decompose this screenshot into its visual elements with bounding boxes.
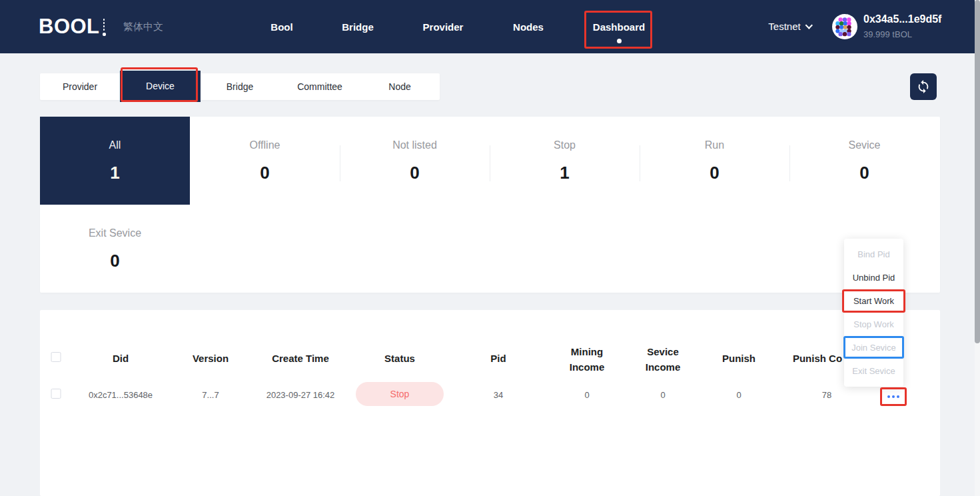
logo-text: BOOL: [39, 15, 100, 38]
stat-label: Sevice: [789, 139, 939, 151]
dot-icon: [897, 395, 899, 398]
tab-device[interactable]: Device: [120, 71, 201, 102]
stat-value: 1: [490, 163, 640, 183]
navbar: BOOL 繁体中文 Bool Bridge Provider Nodes Das…: [0, 0, 980, 53]
nav-item-dashboard[interactable]: Dashboard: [593, 21, 645, 33]
row-actions-button[interactable]: [885, 393, 902, 401]
dot-icon: [892, 395, 895, 398]
divider: [490, 145, 490, 181]
wallet-address[interactable]: 0x34a5...1e9d5f: [863, 13, 941, 25]
col-header-pid: Pid: [490, 353, 506, 364]
menu-item-start-work[interactable]: Start Work: [844, 289, 903, 313]
refresh-button[interactable]: [910, 73, 937, 100]
chevron-down-icon: [805, 21, 813, 29]
cell-pid: 34: [494, 390, 503, 400]
cell-create-time: 2023-09-27 16:42: [266, 390, 335, 400]
stat-card-all[interactable]: All 1: [40, 117, 190, 205]
network-selector[interactable]: Testnet: [768, 21, 811, 32]
language-switch[interactable]: 繁体中文: [123, 21, 163, 33]
row-checkbox[interactable]: [51, 389, 61, 399]
stat-card-run[interactable]: Run 0: [640, 117, 789, 205]
dashboard-active-dot: [617, 39, 622, 43]
col-header-did: Did: [113, 353, 129, 364]
stat-value: 0: [40, 251, 190, 271]
stat-value: 0: [190, 163, 340, 183]
logo-exclamation-icon: [103, 19, 106, 36]
cell-did: 0x2c71...53648e: [89, 390, 153, 400]
cell-version: 7...7: [202, 390, 219, 400]
tab-committee[interactable]: Committee: [297, 73, 342, 100]
stat-card-sevice[interactable]: Sevice 0: [789, 117, 939, 205]
device-table-panel: Did Version Create Time Status Pid Minin…: [40, 310, 940, 496]
cell-mining-income: 0: [584, 390, 589, 400]
col-header-sevice-income: Sevice Income: [642, 344, 684, 375]
col-header-mining-income: Mining Income: [566, 344, 608, 375]
stat-card-offline[interactable]: Offline 0: [190, 117, 340, 205]
tab-bridge[interactable]: Bridge: [227, 73, 253, 100]
stat-value: 1: [40, 163, 190, 183]
divider: [640, 145, 640, 181]
stat-label: Not listed: [340, 139, 490, 151]
menu-item-bind-pid: Bind Pid: [844, 243, 903, 266]
stat-value: 0: [640, 163, 789, 183]
scrollbar-thumb[interactable]: [975, 0, 980, 343]
stat-label: Run: [640, 139, 789, 151]
status-badge: Stop: [356, 382, 444, 406]
nav-item-nodes[interactable]: Nodes: [513, 21, 544, 33]
divider: [789, 145, 790, 181]
row-actions-menu: Bind Pid Unbind Pid Start Work Stop Work…: [844, 239, 903, 387]
stat-label: Exit Sevice: [40, 227, 190, 239]
stat-label: Offline: [190, 139, 340, 151]
select-all-checkbox[interactable]: [51, 352, 61, 362]
cell-punish: 0: [736, 390, 741, 400]
nav-item-bool[interactable]: Bool: [270, 21, 292, 33]
stat-value: 0: [340, 163, 490, 183]
stat-label: All: [40, 139, 190, 151]
bool-logo[interactable]: BOOL: [39, 15, 106, 38]
nav-item-provider[interactable]: Provider: [423, 21, 464, 33]
wallet-balance: 39.999 tBOL: [863, 29, 912, 39]
cell-sevice-income: 0: [660, 390, 665, 400]
menu-item-join-sevice: Join Sevice: [844, 336, 903, 359]
col-header-version: Version: [193, 353, 229, 364]
scrollbar-track[interactable]: [975, 0, 980, 496]
col-header-punish: Punish: [722, 353, 755, 364]
tab-node[interactable]: Node: [388, 73, 410, 100]
stat-label: Stop: [490, 139, 640, 151]
dashboard-tabbar: Provider Bridge Committee Node: [40, 73, 440, 100]
refresh-icon: [916, 79, 931, 94]
dot-icon: [887, 395, 890, 398]
stat-value: 0: [789, 163, 939, 183]
identicon-icon: [832, 14, 857, 39]
stat-card-not-listed[interactable]: Not listed 0: [340, 117, 490, 205]
cell-punish-count: 78: [822, 390, 831, 400]
stat-card-stop[interactable]: Stop 1: [490, 117, 640, 205]
divider: [340, 145, 340, 181]
tab-provider[interactable]: Provider: [63, 73, 97, 100]
menu-item-stop-work: Stop Work: [844, 313, 903, 336]
col-header-status: Status: [384, 353, 415, 364]
menu-item-exit-sevice: Exit Sevice: [844, 359, 903, 383]
menu-item-unbind-pid[interactable]: Unbind Pid: [844, 266, 903, 289]
network-label: Testnet: [768, 21, 800, 32]
stat-card-exit-sevice[interactable]: Exit Sevice 0: [40, 205, 190, 293]
device-stats-panel: All 1 Offline 0 Not listed 0 Stop 1 Run …: [40, 117, 940, 293]
col-header-punish-count: Punish Co: [793, 353, 842, 364]
wallet-avatar[interactable]: [832, 14, 857, 39]
nav-item-bridge[interactable]: Bridge: [342, 21, 374, 33]
col-header-create-time: Create Time: [272, 353, 329, 364]
